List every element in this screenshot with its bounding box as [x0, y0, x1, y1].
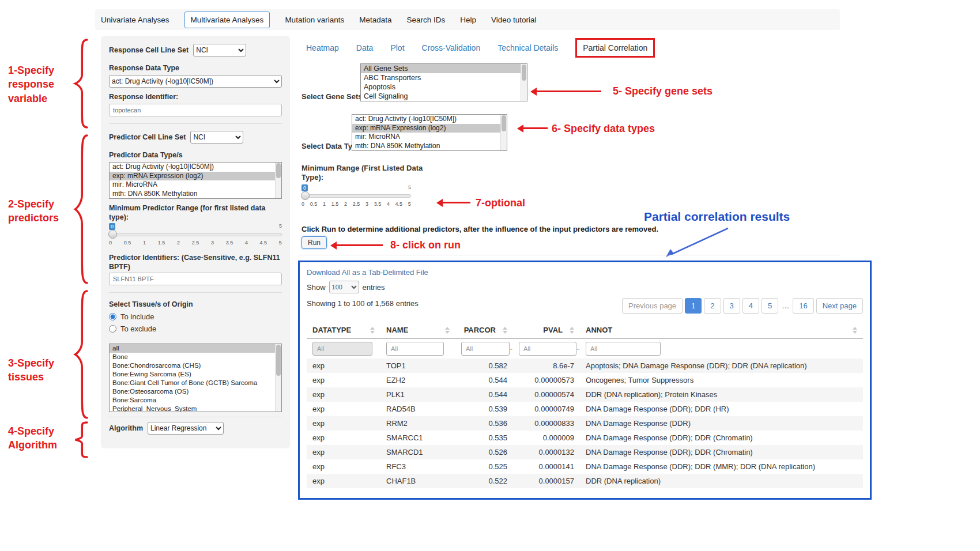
- column-header[interactable]: PARCOR: [455, 322, 513, 339]
- page-button[interactable]: 4: [742, 298, 759, 314]
- slider-tick-label: 3.5: [374, 201, 382, 207]
- response-identifier-input[interactable]: [109, 104, 282, 116]
- slider-track[interactable]: [301, 194, 411, 198]
- scrollbar[interactable]: [521, 64, 527, 101]
- listbox-option[interactable]: act: Drug Activity (-log10[IC50M]): [110, 163, 281, 172]
- tab[interactable]: Data: [356, 43, 374, 52]
- filter-annot-input[interactable]: [586, 342, 661, 356]
- filter-datatype-input[interactable]: [312, 342, 372, 356]
- annotation-step8: 8- click on run: [390, 238, 461, 252]
- listbox-option[interactable]: ABC Transporters: [361, 73, 527, 82]
- data-types-listbox[interactable]: act: Drug Activity (-log10[IC50M])exp: m…: [352, 114, 507, 151]
- page-button[interactable]: 1: [685, 298, 702, 314]
- tissue-include-radio[interactable]: [109, 313, 116, 320]
- scrollbar[interactable]: [500, 115, 507, 150]
- listbox-option[interactable]: Cell Signaling: [361, 92, 527, 101]
- listbox-option[interactable]: act: Drug Activity (-log10[IC50M]): [352, 115, 507, 124]
- filter-name-input[interactable]: [386, 342, 444, 356]
- scrollbar[interactable]: [275, 344, 281, 412]
- run-button[interactable]: Run: [301, 236, 327, 249]
- nav-list: Univariate AnalysesMultivariate Analyses…: [95, 12, 537, 28]
- tab[interactable]: Heatmap: [306, 43, 339, 52]
- listbox-option[interactable]: all: [110, 344, 281, 353]
- cell-pval: 0.00000574: [513, 387, 580, 402]
- slider-tick-label: 0: [109, 240, 112, 246]
- listbox-option[interactable]: Bone:Sarcoma: [110, 396, 281, 405]
- listbox-option[interactable]: Peripheral_Nervous_System: [110, 405, 281, 412]
- algorithm-select[interactable]: Linear Regression: [148, 422, 224, 435]
- predictor-data-types-label: Predictor Data Type/s: [109, 150, 282, 160]
- scrollbar-thumb[interactable]: [502, 115, 506, 131]
- listbox-option[interactable]: Bone:Ewing Sarcoma (ES): [110, 370, 281, 379]
- results-table: DATATYPE NAME: [307, 322, 863, 488]
- listbox-option[interactable]: exp: mRNA Expression (log2): [352, 124, 507, 133]
- listbox-option[interactable]: exp: mRNA Expression (log2): [110, 172, 281, 181]
- cell-pval: 0.0000141: [513, 459, 580, 474]
- min-range-slider[interactable]: 0 5 00.511.522.533.544.55: [301, 184, 411, 210]
- column-header[interactable]: PVAL: [513, 322, 580, 339]
- listbox-option[interactable]: mth: DNA 850K Methylation: [110, 190, 281, 199]
- nav-item[interactable]: Metadata: [359, 16, 391, 24]
- scrollbar-thumb[interactable]: [522, 65, 526, 81]
- sort-icon: [853, 327, 857, 334]
- page-button[interactable]: 3: [723, 298, 740, 314]
- scrollbar-thumb[interactable]: [276, 163, 281, 178]
- nav-item[interactable]: Multivariate Analyses: [184, 12, 270, 28]
- response-cell-line-select[interactable]: NCI: [193, 44, 246, 56]
- column-header[interactable]: ANNOT: [580, 322, 863, 339]
- listbox-option[interactable]: mir: MicroRNA: [110, 180, 281, 190]
- column-header[interactable]: NAME: [380, 322, 455, 339]
- column-header-label: ANNOT: [586, 326, 612, 334]
- predictor-data-types-listbox[interactable]: act: Drug Activity (-log10[IC50M])exp: m…: [109, 162, 282, 199]
- arrow-step8: [337, 244, 383, 246]
- slider-track[interactable]: [109, 233, 282, 236]
- slider-value-badge: 0: [301, 184, 308, 191]
- tissue-listbox[interactable]: allBoneBone:Chondrosarcoma (CHS)Bone:Ewi…: [109, 344, 282, 412]
- predictor-identifiers-input[interactable]: [109, 273, 282, 285]
- tab[interactable]: Partial Correlation: [575, 38, 655, 58]
- filter-parcor-input[interactable]: [461, 342, 510, 356]
- cell-name: SMARCC1: [380, 431, 455, 445]
- slider-handle[interactable]: [301, 191, 310, 200]
- nav-item[interactable]: Search IDs: [406, 16, 445, 24]
- download-link[interactable]: Download All as a Tab-Delimited File: [307, 268, 428, 277]
- scrollbar-thumb[interactable]: [276, 345, 281, 376]
- predictor-range-slider[interactable]: 0 5 00.511.522.533.544.55: [109, 223, 282, 248]
- entries-select[interactable]: 100: [329, 281, 359, 293]
- sort-icon: [503, 327, 507, 334]
- nav-item[interactable]: Univariate Analyses: [101, 16, 169, 24]
- tab[interactable]: Plot: [390, 43, 404, 52]
- listbox-option[interactable]: All Gene Sets: [361, 64, 527, 73]
- nav-item[interactable]: Help: [460, 16, 476, 24]
- annotation-step6: 6- Specify data types: [552, 122, 655, 135]
- tab[interactable]: Cross-Validation: [422, 43, 481, 52]
- page-button[interactable]: 2: [704, 298, 721, 314]
- cell-name: TOP1: [380, 358, 455, 373]
- nav-item[interactable]: Video tutorial: [491, 16, 537, 24]
- predictor-cell-line-select[interactable]: NCI: [190, 131, 243, 144]
- page-button[interactable]: 16: [793, 298, 813, 314]
- page-button[interactable]: Next page: [816, 298, 863, 314]
- scrollbar[interactable]: [275, 163, 281, 198]
- slider-handle[interactable]: [108, 230, 117, 239]
- tissue-exclude-radio[interactable]: [109, 325, 116, 333]
- listbox-option[interactable]: Apoptosis: [361, 82, 527, 92]
- page: Univariate AnalysesMultivariate Analyses…: [0, 0, 980, 551]
- tab[interactable]: Technical Details: [497, 43, 558, 52]
- cell-annot: Oncogenes; Tumor Suppressors: [580, 373, 863, 387]
- listbox-option[interactable]: mir: MicroRNA: [352, 133, 507, 142]
- page-button[interactable]: Previous page: [622, 298, 683, 314]
- column-header[interactable]: DATATYPE: [307, 322, 380, 339]
- listbox-option[interactable]: Bone: [110, 353, 281, 361]
- page-button[interactable]: …: [781, 299, 790, 313]
- gene-sets-listbox[interactable]: All Gene SetsABC TransportersApoptosisCe…: [360, 63, 527, 101]
- filter-pval-input[interactable]: [519, 342, 576, 356]
- tissue-include-label: To include: [120, 312, 154, 321]
- response-data-type-select[interactable]: act: Drug Activity (-log10[IC50M]): [109, 75, 282, 88]
- listbox-option[interactable]: Bone:Giant Cell Tumor of Bone (GCTB) Sar…: [110, 379, 281, 387]
- listbox-option[interactable]: Bone:Chondrosarcoma (CHS): [110, 361, 281, 370]
- page-button[interactable]: 5: [762, 298, 778, 314]
- listbox-option[interactable]: Bone:Osteosarcoma (OS): [110, 387, 281, 396]
- listbox-option[interactable]: mth: DNA 850K Methylation: [352, 142, 507, 151]
- nav-item[interactable]: Mutation variants: [285, 16, 344, 24]
